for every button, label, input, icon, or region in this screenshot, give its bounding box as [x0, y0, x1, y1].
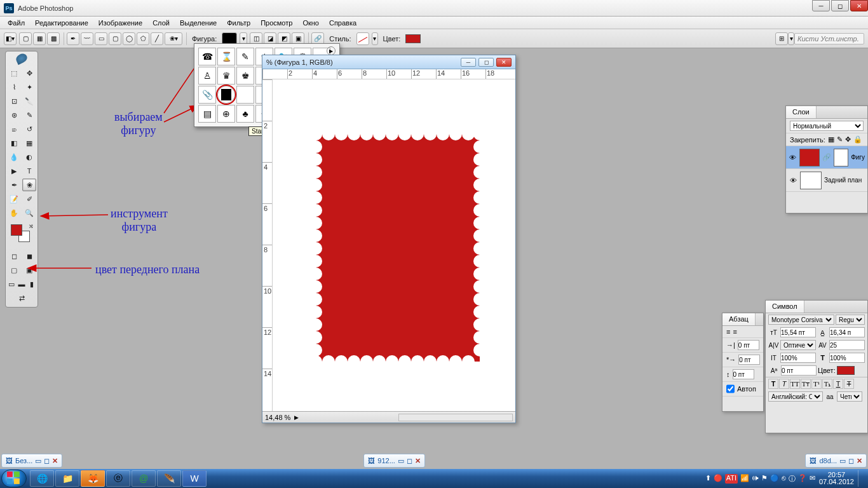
italic-icon[interactable]: T — [779, 379, 789, 389]
baseline-field[interactable] — [781, 365, 817, 376]
tray-icon[interactable]: 🕪 — [752, 474, 759, 484]
strike-icon[interactable]: T — [844, 379, 854, 389]
maximize-button[interactable]: ◻ — [831, 0, 849, 11]
link-icon[interactable]: 🔗 — [822, 153, 831, 161]
foreground-color[interactable] — [11, 224, 22, 236]
layer-thumb[interactable] — [800, 172, 822, 189]
quickmask-on-tool[interactable]: ◼ — [22, 250, 36, 262]
lock-paint-icon[interactable]: ✎ — [837, 135, 843, 144]
layers-tab[interactable]: Слои — [786, 106, 817, 118]
style-dropdown[interactable]: ▾ — [372, 32, 378, 45]
kerning-select[interactable]: Оптическ — [780, 340, 816, 350]
magic-wand-tool[interactable]: ✦ — [22, 81, 36, 93]
pen-tool[interactable]: ✒ — [7, 179, 21, 191]
shape-cell-8[interactable]: ♛ — [217, 67, 235, 85]
shape-cell-16[interactable] — [236, 86, 254, 104]
visibility-icon[interactable]: 👁 — [789, 177, 797, 184]
taskbar-ie2-icon[interactable]: ⓔ — [106, 470, 130, 487]
workspace-icon[interactable]: ⊞ — [775, 32, 788, 45]
layer-mask[interactable] — [834, 149, 848, 166]
taskbar-app1-icon[interactable]: @ — [132, 470, 156, 487]
show-desktop-button[interactable] — [858, 470, 863, 487]
bold-icon[interactable]: T — [768, 379, 778, 389]
indent-left-icon[interactable]: →| — [726, 341, 735, 349]
eyedropper-tool[interactable]: ✐ — [22, 193, 36, 205]
screen-mode-1[interactable]: ▭ — [7, 278, 16, 290]
character-tab[interactable]: Символ — [766, 301, 804, 313]
shape-cell-2[interactable]: ✎ — [236, 48, 254, 65]
font-size-field[interactable] — [780, 327, 816, 337]
zoom-level[interactable]: 14,48 % — [265, 414, 290, 421]
font-style-select[interactable]: Regular — [836, 315, 865, 325]
mode-paths[interactable]: ▦ — [33, 32, 46, 45]
healing-tool[interactable]: ⊛ — [7, 109, 21, 121]
taskbar-explorer-icon[interactable]: 📁 — [55, 470, 79, 487]
polygon-icon[interactable]: ⬠ — [137, 32, 149, 45]
status-info-icon[interactable]: ▶ — [294, 414, 299, 421]
tray-icon[interactable]: ⬆ — [705, 474, 711, 484]
menu-edit[interactable]: Редактирование — [30, 18, 93, 28]
shape-cell-1[interactable]: ⌛ — [217, 48, 235, 65]
search-input[interactable] — [794, 33, 864, 44]
custom-shape-tool[interactable]: ❀ — [22, 179, 36, 191]
lock-all-icon[interactable]: 🔒 — [853, 135, 862, 144]
doc-close-button[interactable]: ✕ — [496, 58, 512, 67]
workspace-dropdown[interactable]: ▾ — [788, 32, 794, 45]
doc-tab-1[interactable]: 🖼Без...▭◻✕ — [1, 454, 62, 468]
canvas[interactable] — [273, 79, 515, 411]
menu-image[interactable]: Изображение — [93, 18, 147, 28]
tray-icon[interactable]: ❓ — [798, 474, 807, 484]
space-before-icon[interactable]: ↕ — [726, 370, 730, 378]
stamp-shape[interactable] — [316, 134, 480, 362]
doc-maximize-button[interactable]: ◻ — [478, 58, 494, 67]
underline-icon[interactable]: T — [833, 379, 843, 389]
type-tool[interactable]: T — [22, 165, 36, 177]
popup-menu-icon[interactable]: ▶ — [327, 46, 336, 55]
space-before-field[interactable] — [733, 369, 754, 379]
slice-tool[interactable]: 🔪 — [22, 95, 36, 107]
shape-cell-9[interactable]: ♚ — [236, 67, 254, 85]
tray-icon[interactable]: 🔴 — [714, 474, 722, 484]
screen-full-icon[interactable]: ▣ — [22, 264, 36, 276]
taskbar-photoshop-icon[interactable]: 🪶 — [157, 470, 181, 487]
tray-icon[interactable]: 📶 — [740, 474, 749, 484]
eraser-tool[interactable]: ◧ — [7, 137, 21, 149]
menu-window[interactable]: Окно — [297, 18, 324, 28]
pen-icon[interactable]: ✒ — [67, 32, 79, 45]
auto-hyphen-check[interactable] — [726, 384, 735, 394]
quickmask-tool[interactable]: ◻ — [7, 250, 21, 262]
horizontal-scrollbar[interactable] — [398, 414, 513, 421]
jump-to-icon[interactable]: ⇄ — [11, 292, 32, 304]
layer-thumb[interactable] — [799, 149, 820, 166]
menu-filter[interactable]: Фильтр — [222, 18, 255, 28]
tracking-field[interactable] — [829, 340, 865, 350]
brush-tool[interactable]: ✎ — [22, 109, 36, 121]
history-brush-tool[interactable]: ↺ — [22, 123, 36, 135]
clock[interactable]: 20:57 07.04.2012 — [819, 471, 854, 485]
taskbar-word-icon[interactable]: W — [182, 470, 207, 487]
lock-transparent-icon[interactable]: ▦ — [828, 135, 834, 144]
minimize-button[interactable]: ─ — [812, 0, 830, 11]
move-tool[interactable]: ✥ — [22, 67, 36, 79]
layer-item[interactable]: 👁🔗Фигу — [786, 146, 867, 169]
mode-shape-layers[interactable]: ▢ — [19, 32, 32, 45]
screen-mode-2[interactable]: ▬ — [17, 278, 26, 290]
freeform-pen-icon[interactable]: 〰 — [81, 32, 93, 45]
close-button[interactable]: ✕ — [850, 0, 868, 11]
document-titlebar[interactable]: % (Фигура 1, RGB/8) ─ ◻ ✕ — [262, 55, 515, 69]
hand-tool[interactable]: ✋ — [7, 207, 21, 219]
stamp-tool[interactable]: ⎄ — [7, 123, 21, 135]
doc-minimize-button[interactable]: ─ — [461, 58, 476, 67]
screen-std-icon[interactable]: ▢ — [7, 264, 21, 276]
shape-cell-22[interactable]: ⊕ — [217, 105, 235, 123]
rectangle-icon[interactable]: ▭ — [95, 32, 107, 45]
tray-icon[interactable]: ⚑ — [761, 474, 768, 484]
zoom-tool[interactable]: 🔍 — [22, 207, 36, 219]
gradient-tool[interactable]: ▦ — [22, 137, 36, 149]
paragraph-tab[interactable]: Абзац — [722, 313, 756, 325]
tray-icon[interactable]: ⓘ — [789, 474, 796, 484]
lock-position-icon[interactable]: ✥ — [845, 135, 851, 144]
crop-tool[interactable]: ⊡ — [7, 95, 21, 107]
doc-tab-2[interactable]: 🖼912...▭◻✕ — [363, 454, 425, 468]
align-center-icon[interactable]: ≡ — [733, 328, 736, 336]
